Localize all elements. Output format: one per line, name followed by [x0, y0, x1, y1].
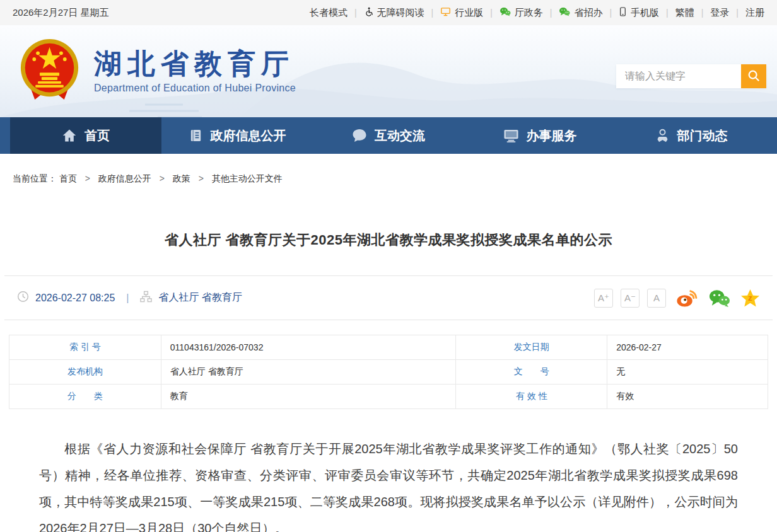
search-button[interactable]	[741, 64, 766, 88]
top-links: 长者模式 | 无障碍阅读 | 行业版 | 厅政务 | 省招办 | 手机版 | 繁…	[310, 6, 764, 19]
mobile-version-link[interactable]: 手机版	[619, 6, 659, 19]
page-title: 省人社厅 省教育厅关于2025年湖北省教学成果奖拟授奖成果名单的公示	[0, 231, 777, 250]
nav-item-dept-news[interactable]: 部门动态	[616, 117, 767, 154]
article-body: 根据《省人力资源和社会保障厅 省教育厅关于开展2025年湖北省教学成果奖评奖工作…	[39, 436, 738, 532]
monitor-orange-icon	[440, 6, 451, 19]
clock-icon	[17, 291, 29, 305]
doc-info-table: 索 引 号 011043161/2026-07032 发文日期 2026-02-…	[9, 335, 768, 409]
nav-item-gov-info[interactable]: 政府信息公开	[161, 117, 313, 154]
article-source: 省人社厅 省教育厅	[158, 291, 242, 304]
site-search	[616, 64, 766, 88]
wechat-icon	[559, 7, 570, 18]
site-subtitle: Department of Education of Hubei Provinc…	[94, 83, 296, 94]
elder-mode-link[interactable]: 长者模式	[310, 7, 348, 19]
dept-wechat-link[interactable]: 厅政务	[500, 7, 543, 19]
weibo-share-icon[interactable]	[676, 289, 698, 308]
site-header: 湖北省教育厅 Department of Education of Hubei …	[0, 25, 777, 117]
monitor-icon	[503, 129, 519, 143]
category-value: 教育	[161, 385, 456, 409]
home-icon	[62, 128, 77, 143]
issue-date-value: 2026-02-27	[607, 335, 768, 360]
site-brand: 湖北省教育厅 Department of Education of Hubei …	[94, 49, 296, 93]
font-larger-button[interactable]: A⁺	[594, 289, 613, 308]
breadcrumb-policy[interactable]: 政策	[173, 173, 190, 183]
table-row: 索 引 号 011043161/2026-07032 发文日期 2026-02-…	[9, 335, 768, 360]
wheelchair-icon	[364, 7, 373, 18]
org-icon	[140, 291, 152, 305]
chat-icon	[352, 129, 367, 142]
phone-icon	[619, 6, 627, 19]
register-link[interactable]: 注册	[745, 7, 764, 19]
svg-text:z: z	[748, 293, 752, 303]
site-title: 湖北省教育厅	[94, 49, 296, 79]
issuing-agency-label: 发布机构	[9, 360, 161, 385]
search-icon	[747, 69, 761, 84]
industry-version-link[interactable]: 行业版	[440, 6, 483, 19]
nav-item-interaction[interactable]: 互动交流	[313, 117, 464, 154]
breadcrumb: 当前位置： 首页 > 政府信息公开 > 政策 > 其他主动公开文件	[0, 154, 777, 185]
doc-number-value: 无	[607, 360, 768, 385]
document-icon	[189, 128, 203, 143]
breadcrumb-label: 当前位置：	[13, 173, 57, 183]
breadcrumb-home[interactable]: 首页	[59, 173, 77, 183]
doc-number-label: 文 号	[456, 360, 607, 385]
publish-time: 2026-02-27 08:25	[35, 292, 115, 304]
index-number-value: 011043161/2026-07032	[161, 335, 456, 360]
nav-item-services[interactable]: 办事服务	[464, 117, 616, 154]
issue-date-label: 发文日期	[456, 335, 607, 360]
category-label: 分 类	[9, 385, 161, 409]
article-meta: 2026-02-27 08:25 | 省人社厅 省教育厅	[17, 291, 242, 305]
breadcrumb-other-docs[interactable]: 其他主动公开文件	[212, 173, 283, 183]
article-meta-row: 2026-02-27 08:25 | 省人社厅 省教育厅 A⁺ A⁻ A z	[4, 276, 773, 320]
table-row: 分 类 教育 有 效 性 有效	[9, 385, 768, 409]
login-link[interactable]: 登录	[710, 7, 729, 19]
wechat-icon	[500, 7, 511, 18]
validity-label: 有 效 性	[456, 385, 607, 409]
font-reset-button[interactable]: A	[647, 289, 666, 308]
admissions-wechat-link[interactable]: 省招办	[559, 7, 602, 19]
current-date: 2026年2月27日 星期五	[13, 7, 109, 19]
table-row: 发布机构 省人社厅 省教育厅 文 号 无	[9, 360, 768, 385]
index-number-label: 索 引 号	[9, 335, 161, 360]
validity-value: 有效	[607, 385, 768, 409]
traditional-chinese-link[interactable]: 繁體	[675, 7, 694, 19]
breadcrumb-gov-info[interactable]: 政府信息公开	[98, 173, 151, 183]
qzone-share-icon[interactable]: z	[740, 289, 760, 308]
issuing-agency-value: 省人社厅 省教育厅	[161, 360, 456, 385]
font-smaller-button[interactable]: A⁻	[621, 289, 640, 308]
badge-icon	[655, 128, 670, 143]
wechat-share-icon[interactable]	[708, 289, 730, 308]
national-emblem	[19, 38, 80, 104]
article-tools: A⁺ A⁻ A z	[594, 289, 760, 308]
top-utility-bar: 2026年2月27日 星期五 长者模式 | 无障碍阅读 | 行业版 | 厅政务 …	[0, 0, 777, 25]
accessibility-link[interactable]: 无障碍阅读	[364, 7, 424, 19]
nav-item-home[interactable]: 首页	[10, 117, 161, 154]
search-input[interactable]	[616, 64, 741, 88]
main-nav: 首页 政府信息公开 互动交流 办事服务 部门动态	[0, 117, 777, 154]
